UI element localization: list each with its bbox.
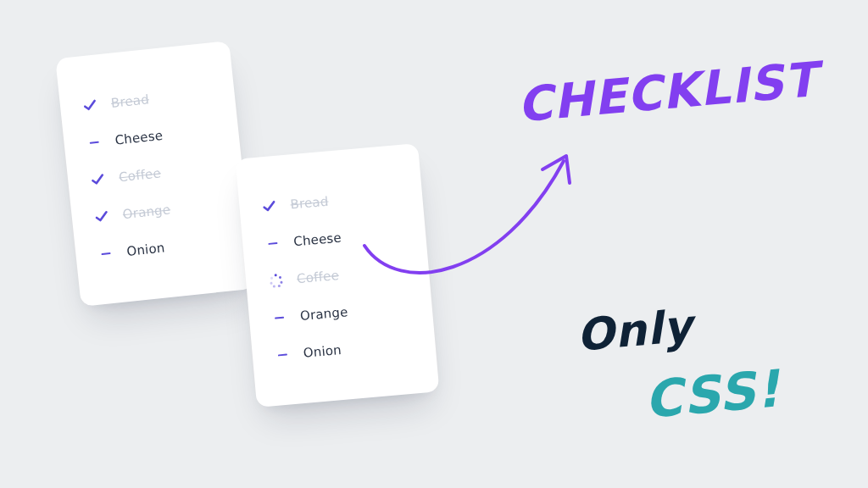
check-icon — [93, 208, 110, 225]
dash-icon — [270, 309, 287, 326]
item-label: Cheese — [293, 230, 342, 249]
heading-css: CSS! — [642, 358, 782, 430]
list-item[interactable]: Bread — [260, 180, 398, 224]
list-item[interactable]: Orange — [270, 291, 408, 335]
list-item[interactable]: Onion — [97, 225, 226, 270]
item-label: Bread — [110, 92, 150, 111]
checklist-card-b: Bread Cheese Coffee Orange Onion — [236, 143, 440, 408]
item-label: Orange — [299, 304, 348, 324]
item-label: Onion — [303, 342, 342, 361]
list-item[interactable]: Cheese — [264, 216, 402, 260]
dash-icon — [86, 134, 103, 151]
canvas: Bread Cheese Coffee Orange Onion Bread C… — [0, 0, 868, 488]
dash-icon — [97, 246, 114, 263]
checklist-card-a: Bread Cheese Coffee Orange Onion — [55, 41, 255, 307]
item-label: Onion — [125, 240, 165, 259]
check-icon — [89, 171, 106, 188]
item-label: Coffee — [118, 165, 161, 185]
check-icon — [81, 97, 98, 114]
check-icon — [261, 198, 278, 215]
heading-only: Only — [575, 300, 695, 361]
item-label: Coffee — [296, 268, 339, 286]
item-label: Orange — [122, 202, 171, 222]
list-item[interactable]: Coffee — [267, 253, 405, 297]
item-label: Bread — [290, 194, 329, 213]
heading-checklist: CHECKLIST — [515, 52, 820, 133]
dash-icon — [274, 347, 291, 363]
spinner-icon — [268, 273, 285, 290]
dash-icon — [264, 236, 281, 252]
item-label: Cheese — [114, 128, 164, 148]
list-item[interactable]: Onion — [273, 328, 411, 372]
